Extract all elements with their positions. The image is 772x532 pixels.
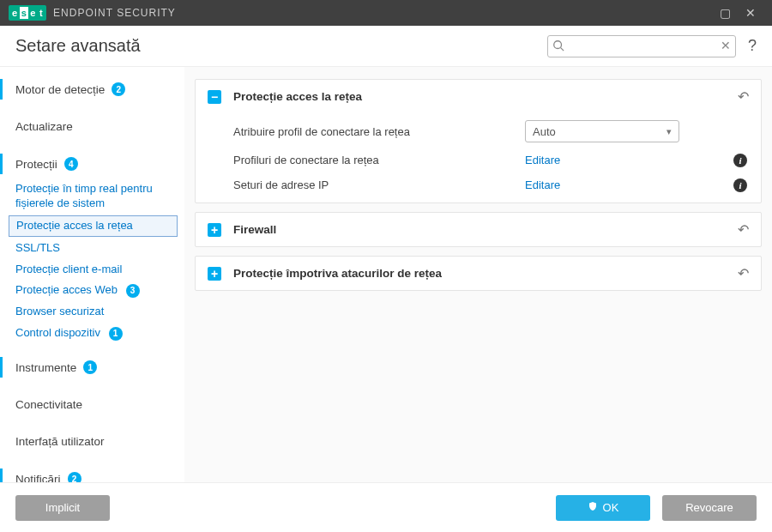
sidebar-item-label: Browser securizat <box>15 305 104 317</box>
setting-label: Seturi de adrese IP <box>233 178 525 191</box>
info-icon[interactable]: i <box>733 153 749 167</box>
sidebar-item-label: Instrumente <box>15 361 76 374</box>
ok-button[interactable]: OK <box>556 495 650 521</box>
sidebar-item-label: fișierele de sistem <box>15 196 105 209</box>
sidebar-badge: 4 <box>64 157 78 171</box>
header-bar: Setare avansată ✕ ? <box>0 26 772 67</box>
setting-label: Profiluri de conectare la rețea <box>233 154 525 166</box>
brand-logo: eset <box>9 5 46 21</box>
sidebar-item-detection-engine[interactable]: Motor de detecție 2 <box>0 79 184 100</box>
sidebar: Motor de detecție 2 Actualizare Protecți… <box>0 67 184 482</box>
sidebar-item-protections[interactable]: Protecții 4 <box>0 154 184 174</box>
panel-title: Firewall <box>233 223 738 236</box>
panel-title: Protecție acces la rețea <box>233 90 738 103</box>
sidebar-item-label: Protecție client e-mail <box>15 263 122 275</box>
sidebar-sub-secure-browser[interactable]: Browser securizat <box>0 302 184 322</box>
undo-icon[interactable]: ↶ <box>738 265 749 281</box>
sidebar-item-label: Control dispozitiv <box>15 326 100 339</box>
shield-icon <box>588 501 598 514</box>
setting-row-ip-sets: Seturi de adrese IP Editare i <box>196 172 761 197</box>
sidebar-item-notifications[interactable]: Notificări 2 <box>0 469 184 482</box>
search-input[interactable] <box>547 35 736 57</box>
sidebar-sub-network-access[interactable]: Protecție acces la rețea <box>9 215 178 237</box>
info-icon[interactable]: i <box>733 178 749 192</box>
expand-icon[interactable]: + <box>208 223 221 237</box>
sidebar-sub-device-control[interactable]: Control dispozitiv 1 <box>0 323 184 343</box>
sidebar-item-label: Actualizare <box>15 120 73 133</box>
undo-icon[interactable]: ↶ <box>738 88 749 105</box>
clear-search-icon[interactable]: ✕ <box>721 39 731 52</box>
sidebar-badge: 1 <box>109 327 123 341</box>
undo-icon[interactable]: ↶ <box>738 221 749 238</box>
search-field-wrap: ✕ <box>547 35 736 57</box>
panel-header[interactable]: − Protecție acces la rețea ↶ <box>196 80 761 113</box>
setting-row-profile-assignment: Atribuire profil de conectare la rețea A… <box>196 115 761 148</box>
sidebar-sub-web-access[interactable]: Protecție acces Web 3 <box>0 281 184 300</box>
app-title: ENDPOINT SECURITY <box>53 7 176 19</box>
sidebar-sub-email-client[interactable]: Protecție client e-mail <box>0 260 184 280</box>
select-value: Auto <box>533 125 556 138</box>
sidebar-item-label: Protecții <box>15 158 57 171</box>
panel-title: Protecție împotriva atacurilor de rețea <box>233 267 738 280</box>
setting-label: Atribuire profil de conectare la rețea <box>233 125 525 138</box>
setting-row-connection-profiles: Profiluri de conectare la rețea Editare … <box>196 148 761 172</box>
default-button[interactable]: Implicit <box>15 495 110 521</box>
sidebar-badge: 2 <box>112 82 125 96</box>
panel-network-access: − Protecție acces la rețea ↶ Atribuire p… <box>195 79 762 203</box>
sidebar-item-connectivity[interactable]: Conectivitate <box>0 395 184 414</box>
chevron-down-icon: ▾ <box>666 126 672 137</box>
sidebar-sub-realtime-protection[interactable]: Protecție în timp real pentru fișierele … <box>0 179 184 214</box>
content-area: − Protecție acces la rețea ↶ Atribuire p… <box>184 67 772 482</box>
edit-link[interactable]: Editare <box>525 154 560 166</box>
expand-icon[interactable]: + <box>208 267 221 281</box>
titlebar: eset ENDPOINT SECURITY ▢ ✕ <box>0 0 772 26</box>
window-maximize-icon[interactable]: ▢ <box>712 6 738 20</box>
sidebar-item-tools[interactable]: Instrumente 1 <box>0 357 184 378</box>
search-icon <box>552 39 564 54</box>
sidebar-badge: 1 <box>83 360 97 374</box>
panel-body: Atribuire profil de conectare la rețea A… <box>196 113 761 203</box>
sidebar-sub-ssl-tls[interactable]: SSL/TLS <box>0 239 184 258</box>
help-icon[interactable]: ? <box>748 37 757 55</box>
sidebar-item-label: Protecție acces Web <box>15 283 118 296</box>
footer-bar: Implicit OK Revocare <box>0 482 772 532</box>
sidebar-item-label: Notificări <box>15 473 61 482</box>
page-title: Setare avansată <box>15 36 141 56</box>
sidebar-item-label: Protecție în timp real pentru <box>15 182 153 195</box>
sidebar-badge: 3 <box>126 284 140 298</box>
panel-header[interactable]: + Protecție împotriva atacurilor de rețe… <box>196 257 761 290</box>
cancel-button[interactable]: Revocare <box>662 495 757 521</box>
sidebar-badge: 2 <box>68 472 81 482</box>
panel-network-attack-protection: + Protecție împotriva atacurilor de rețe… <box>195 256 762 291</box>
svg-point-0 <box>554 40 562 48</box>
collapse-icon[interactable]: − <box>208 90 221 104</box>
sidebar-item-label: Protecție acces la rețea <box>16 219 133 232</box>
profile-assignment-select[interactable]: Auto ▾ <box>525 120 679 142</box>
sidebar-item-user-interface[interactable]: Interfață utilizator <box>0 432 184 451</box>
edit-link[interactable]: Editare <box>525 178 560 191</box>
panel-header[interactable]: + Firewall ↶ <box>196 213 761 246</box>
sidebar-item-label: SSL/TLS <box>15 241 60 254</box>
svg-line-1 <box>561 47 564 51</box>
sidebar-item-label: Motor de detecție <box>15 83 105 96</box>
button-label: OK <box>603 501 619 514</box>
sidebar-item-label: Conectivitate <box>15 398 82 411</box>
window-close-icon[interactable]: ✕ <box>738 6 763 20</box>
panel-firewall: + Firewall ↶ <box>195 212 762 247</box>
sidebar-item-label: Interfață utilizator <box>15 435 105 448</box>
sidebar-item-update[interactable]: Actualizare <box>0 117 184 136</box>
